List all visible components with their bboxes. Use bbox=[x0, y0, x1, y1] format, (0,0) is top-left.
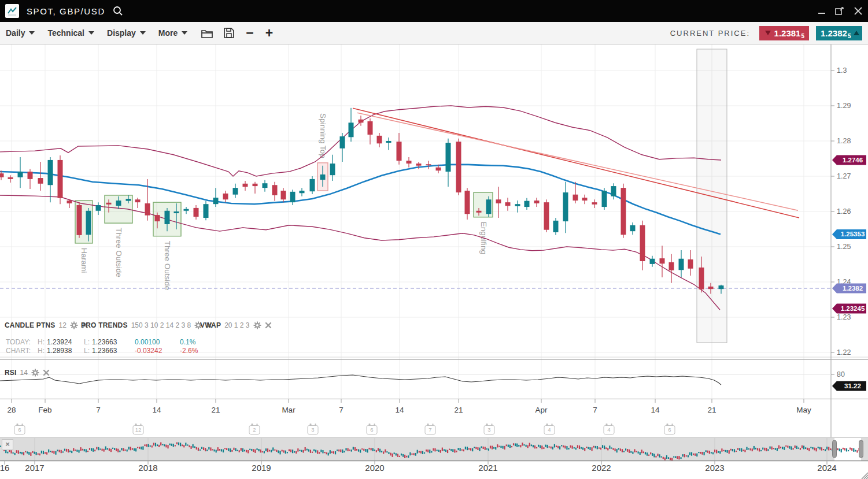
navigator-candle bbox=[754, 446, 755, 450]
calendar-marker-icon[interactable]: 4 bbox=[544, 425, 555, 435]
settings-icon[interactable] bbox=[194, 321, 202, 329]
candle-body bbox=[145, 203, 150, 216]
calendar-marker-icon[interactable]: 2 bbox=[249, 425, 260, 435]
navigator-candle bbox=[203, 447, 204, 450]
navigator-candle bbox=[320, 450, 322, 452]
calendar-marker-icon[interactable]: 4 bbox=[604, 425, 615, 435]
navigator-candle bbox=[312, 452, 313, 453]
navigator-candle bbox=[495, 447, 496, 450]
settings-icon[interactable] bbox=[253, 321, 261, 329]
navigator-candle bbox=[41, 451, 42, 454]
remove-indicator-icon[interactable] bbox=[82, 322, 88, 329]
navigator-candle bbox=[171, 444, 172, 446]
close-icon[interactable] bbox=[854, 7, 862, 15]
calendar-marker-icon[interactable]: 12 bbox=[133, 425, 144, 435]
navigator-candle bbox=[447, 450, 448, 453]
menu-display[interactable]: Display bbox=[104, 26, 149, 40]
navigator-candle bbox=[442, 448, 443, 451]
navigator-candle bbox=[206, 450, 208, 451]
navigator-candle bbox=[572, 445, 573, 448]
menu-daily[interactable]: Daily bbox=[2, 26, 38, 40]
remove-indicator-icon[interactable] bbox=[265, 322, 272, 329]
navigator-candle bbox=[819, 447, 821, 450]
navigator-candle bbox=[546, 445, 548, 448]
navigator-candle bbox=[438, 450, 439, 452]
navigator-candle bbox=[313, 450, 315, 452]
calendar-marker-icon[interactable]: 6 bbox=[664, 425, 675, 435]
search-icon[interactable] bbox=[112, 5, 124, 17]
navigator-candle bbox=[404, 455, 405, 458]
navigator-candle bbox=[533, 445, 534, 447]
navigator-candle bbox=[290, 450, 291, 452]
navigator-candle bbox=[422, 451, 423, 454]
navigator-candle bbox=[333, 451, 334, 454]
ask-price-button[interactable]: 1.2382 5 bbox=[816, 26, 862, 40]
y-axis-label: 1.27 bbox=[837, 172, 851, 180]
navigator-candle bbox=[110, 449, 112, 452]
candle-body bbox=[135, 199, 141, 202]
navigator-handle[interactable] bbox=[859, 440, 863, 458]
navigator-selection[interactable] bbox=[834, 438, 861, 461]
candle-body bbox=[407, 161, 412, 164]
navigator-candle bbox=[233, 448, 234, 450]
navigator-candle bbox=[385, 450, 386, 452]
navigator-candle bbox=[784, 447, 785, 450]
navigator-candle bbox=[574, 447, 575, 448]
navigator-candle bbox=[709, 451, 710, 454]
zoom-in-button[interactable]: + bbox=[265, 27, 273, 39]
navigator-candle bbox=[367, 449, 368, 452]
navigator-candle bbox=[531, 444, 532, 446]
calendar-marker-icon[interactable]: 3 bbox=[484, 425, 495, 435]
save-chart-button[interactable] bbox=[224, 28, 234, 38]
navigator-candle bbox=[99, 448, 101, 450]
navigator-candle bbox=[472, 448, 473, 451]
candle-body bbox=[582, 198, 588, 200]
calendar-marker-icon[interactable]: 6 bbox=[367, 425, 378, 435]
navigator-candle bbox=[21, 452, 23, 454]
navigator-candle bbox=[541, 445, 542, 449]
candle-body bbox=[377, 136, 382, 143]
calendar-marker-icon[interactable]: 7 bbox=[425, 425, 436, 435]
navigator-handle[interactable] bbox=[833, 440, 837, 458]
navigator-candle bbox=[529, 443, 530, 446]
candle-body bbox=[300, 191, 305, 193]
minimize-icon[interactable] bbox=[818, 7, 826, 15]
bid-price-button[interactable]: 1.2381 5 bbox=[759, 26, 809, 40]
navigator-candle bbox=[579, 445, 580, 449]
candle-body bbox=[184, 209, 189, 211]
remove-indicator-icon[interactable] bbox=[43, 369, 50, 376]
candle-body bbox=[611, 186, 616, 196]
navigator-candle bbox=[139, 447, 140, 449]
main-chart[interactable]: HaramiThree OutsideThree OutsideSpinning… bbox=[0, 0, 868, 479]
settings-icon[interactable] bbox=[31, 369, 39, 377]
navigator-candle bbox=[849, 448, 851, 450]
navigator-candle bbox=[183, 445, 184, 447]
navigator-candle bbox=[285, 451, 286, 454]
candle-body bbox=[386, 141, 391, 143]
popout-icon[interactable] bbox=[835, 6, 845, 16]
candle-body bbox=[58, 160, 63, 198]
navigator-candle bbox=[593, 446, 594, 448]
navigator-candle bbox=[511, 446, 512, 447]
zoom-out-button[interactable]: − bbox=[246, 27, 253, 39]
navigator-candle bbox=[28, 452, 29, 455]
navigator-candle bbox=[812, 447, 813, 450]
navigator-close-button[interactable]: × bbox=[2, 439, 13, 450]
navigator-candle bbox=[411, 454, 412, 455]
remove-indicator-icon[interactable] bbox=[206, 322, 213, 329]
highlight-region[interactable] bbox=[697, 49, 727, 343]
save-icon bbox=[224, 28, 234, 38]
settings-icon[interactable] bbox=[70, 321, 78, 329]
candle-body bbox=[660, 258, 665, 263]
open-chart-button[interactable] bbox=[201, 28, 213, 38]
candle-body bbox=[426, 164, 431, 165]
price-badge-label: 31.22 bbox=[844, 383, 861, 389]
current-price-panel: CURRENT PRICE: 1.2381 5 1.2382 5 bbox=[670, 22, 862, 44]
navigator-candle bbox=[50, 451, 51, 452]
menu-more[interactable]: More bbox=[155, 26, 191, 40]
candle-body bbox=[630, 225, 636, 231]
menu-technical[interactable]: Technical bbox=[44, 26, 98, 40]
calendar-marker-icon[interactable]: 3 bbox=[308, 425, 319, 435]
navigator-candle bbox=[636, 451, 637, 452]
calendar-marker-icon[interactable]: 6 bbox=[14, 425, 25, 435]
